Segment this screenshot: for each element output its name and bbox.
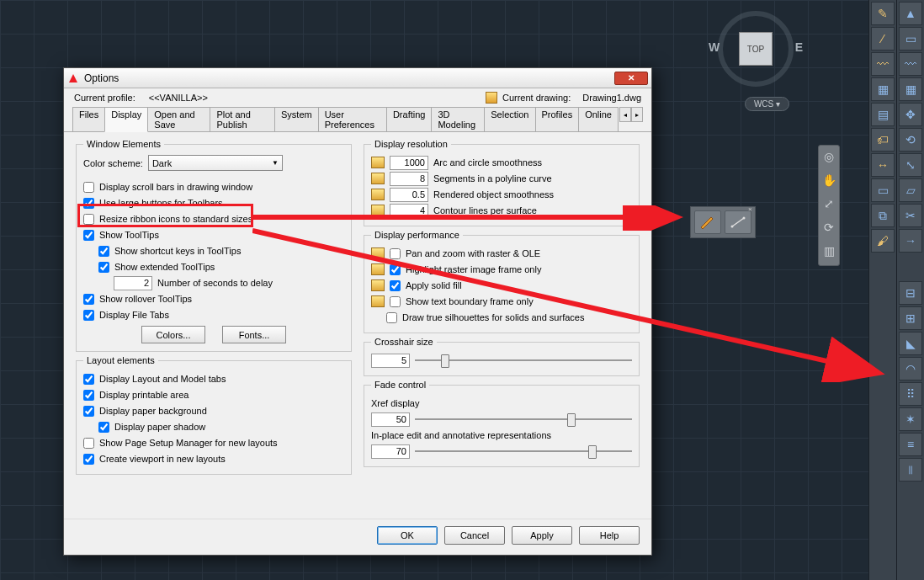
titlebar[interactable]: Options ✕ <box>64 68 651 88</box>
scale-icon[interactable]: ⤡ <box>899 153 922 177</box>
view-cube[interactable]: W E TOP <box>714 7 798 91</box>
chamfer-icon[interactable]: ◣ <box>899 332 922 355</box>
tab-scroll-left[interactable]: ◂ <box>619 107 631 122</box>
xref-slider[interactable] <box>415 412 632 427</box>
xref-display-input[interactable] <box>371 412 410 427</box>
rectangle-icon[interactable]: ▭ <box>899 27 922 51</box>
tab-plot-and-publish[interactable]: Plot and Publish <box>210 107 275 131</box>
tab-display[interactable]: Display <box>104 107 148 132</box>
tab-files[interactable]: Files <box>72 107 105 131</box>
floating-toolbar[interactable]: × <box>690 206 756 238</box>
line-icon[interactable]: ∕ <box>871 27 895 51</box>
tab-selection[interactable]: Selection <box>484 107 535 131</box>
float-close-icon[interactable]: × <box>748 205 757 214</box>
show-tooltips-checkbox[interactable] <box>83 230 94 241</box>
arc-smoothness-input[interactable] <box>390 156 428 170</box>
rollover-tooltips-checkbox[interactable] <box>83 294 94 305</box>
hatch-icon[interactable]: ▤ <box>871 103 895 126</box>
resize-ribbon-label: Resize ribbon icons to standard sizes <box>99 214 252 224</box>
seconds-delay-input[interactable] <box>114 276 152 290</box>
tab-online[interactable]: Online <box>578 107 619 131</box>
float-line-icon[interactable] <box>725 210 751 234</box>
true-silhouettes-checkbox[interactable] <box>386 312 397 323</box>
inplace-slider[interactable] <box>415 444 632 459</box>
layout-elements-legend: Layout elements <box>83 355 158 365</box>
tag-icon[interactable]: 🏷 <box>871 128 895 152</box>
tab-drafting[interactable]: Drafting <box>386 107 433 131</box>
layers-icon[interactable]: ▭ <box>871 178 895 202</box>
wave-icon[interactable]: 〰 <box>899 52 922 76</box>
pan-icon[interactable]: ✋ <box>821 173 836 188</box>
zoom-extents-icon[interactable]: ⤢ <box>821 196 836 211</box>
layout-model-tabs-checkbox[interactable] <box>83 374 94 385</box>
nav-wheel-icon[interactable]: ◎ <box>821 149 836 164</box>
edit-pencil-icon[interactable]: ✎ <box>871 2 895 25</box>
move-icon[interactable]: ✥ <box>899 103 922 126</box>
rendered-smoothness-input[interactable] <box>390 188 428 202</box>
shortcut-keys-checkbox[interactable] <box>98 246 109 257</box>
profile-value: <<VANILLA>> <box>149 93 208 103</box>
tab-user-preferences[interactable]: User Preferences <box>318 107 387 131</box>
color-scheme-combo[interactable]: Dark ▼ <box>148 155 283 171</box>
grid-icon[interactable]: ▦ <box>871 77 895 101</box>
scrollbars-checkbox[interactable] <box>83 182 94 193</box>
join-icon[interactable]: ⊞ <box>899 306 922 330</box>
paper-background-checkbox[interactable] <box>83 406 94 417</box>
extended-tooltips-checkbox[interactable] <box>98 262 109 273</box>
align-icon[interactable]: ≡ <box>899 433 922 456</box>
ok-button[interactable]: OK <box>377 526 438 545</box>
break-icon[interactable]: ⊟ <box>899 281 922 305</box>
viewcube-west[interactable]: W <box>709 40 720 54</box>
copy-icon[interactable]: ⧉ <box>871 204 895 227</box>
page-setup-mgr-checkbox[interactable] <box>83 438 94 449</box>
printable-area-checkbox[interactable] <box>83 390 94 401</box>
explode-icon[interactable]: ✶ <box>899 407 922 431</box>
polyline-segments-input[interactable] <box>390 172 428 186</box>
crosshair-size-input[interactable] <box>371 354 410 368</box>
trim-icon[interactable]: ✂ <box>899 204 922 227</box>
tab-system[interactable]: System <box>274 107 319 131</box>
crosshair-slider[interactable] <box>415 353 632 368</box>
orbit-icon[interactable]: ⟳ <box>821 220 836 235</box>
paper-shadow-checkbox[interactable] <box>98 422 109 433</box>
extend-icon[interactable]: → <box>899 229 922 253</box>
resize-ribbon-checkbox[interactable] <box>83 214 94 225</box>
contour-lines-input[interactable] <box>390 204 428 218</box>
file-tabs-checkbox[interactable] <box>83 310 94 321</box>
squares-icon[interactable]: ▦ <box>899 77 922 101</box>
tab-scroll-right[interactable]: ▸ <box>631 107 643 122</box>
pan-zoom-checkbox[interactable] <box>390 248 401 259</box>
inplace-edit-input[interactable] <box>371 444 410 459</box>
create-viewport-checkbox[interactable] <box>83 454 94 465</box>
fillet-icon[interactable]: ◠ <box>899 357 922 380</box>
text-boundary-checkbox[interactable] <box>390 296 401 307</box>
wcs-badge[interactable]: WCS ▾ <box>745 97 789 111</box>
tab-3d-modeling[interactable]: 3D Modeling <box>431 107 485 131</box>
cancel-button[interactable]: Cancel <box>444 526 505 545</box>
rotate-icon[interactable]: ⟲ <box>899 128 922 152</box>
curve-icon[interactable]: 〰 <box>871 52 895 76</box>
brush-icon[interactable]: 🖌 <box>871 229 895 253</box>
solid-fill-checkbox[interactable] <box>390 280 401 291</box>
array-icon[interactable]: ⠿ <box>899 382 922 406</box>
apply-button[interactable]: Apply <box>512 526 572 545</box>
showmotion-icon[interactable]: ▥ <box>821 243 836 258</box>
dwg-reg-icon <box>371 247 385 259</box>
navigation-bar[interactable]: ◎ ✋ ⤢ ⟳ ▥ <box>818 145 840 266</box>
help-button[interactable]: Help <box>579 526 640 545</box>
dimension-icon[interactable]: ↔ <box>871 153 895 177</box>
text-boundary-label: Show text boundary frame only <box>406 296 534 306</box>
stretch-icon[interactable]: ▱ <box>899 178 922 202</box>
fade-control-group: Fade control Xref display In-place edit … <box>364 380 640 467</box>
tab-profiles[interactable]: Profiles <box>535 107 580 131</box>
large-buttons-checkbox[interactable] <box>83 198 94 209</box>
tab-open-and-save[interactable]: Open and Save <box>147 107 210 131</box>
float-pencil-icon[interactable] <box>694 210 721 234</box>
highlight-raster-checkbox[interactable] <box>390 264 401 275</box>
close-button[interactable]: ✕ <box>614 72 648 85</box>
colors-button[interactable]: Colors... <box>141 326 205 343</box>
mirror-icon[interactable]: ▲ <box>899 2 922 25</box>
fonts-button[interactable]: Fonts... <box>222 326 286 343</box>
viewcube-east[interactable]: E <box>795 40 803 54</box>
offset-icon[interactable]: ⫴ <box>899 458 922 482</box>
